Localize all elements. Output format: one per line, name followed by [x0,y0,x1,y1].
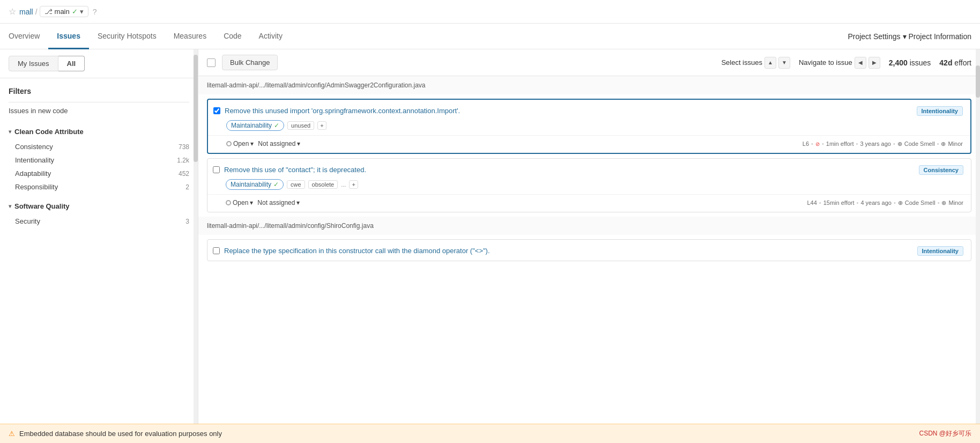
software-quality-label: Software Quality [14,202,70,210]
select-issues-control: Select issues ▲ ▼ [721,57,790,69]
file-path-1: litemall-admin-api/.../litemall/admin/co… [198,76,980,94]
branch-icon: ⎇ [44,8,53,16]
issue-1-maintainability-tag[interactable]: Maintainability ✓ [226,120,284,131]
bulk-change-button[interactable]: Bulk Change [222,55,278,70]
issue-card-1-header: Remove this unused import 'org.springfra… [208,100,970,120]
navigate-next-button[interactable]: ▶ [868,57,880,69]
filter-security[interactable]: Security 3 [9,215,189,228]
filters-section: Filters Issues in new code ▾ Clean Code … [0,78,198,237]
issue-1-footer: Open ▾ Not assigned ▾ L6 • ⊘ • 1min effo… [208,135,970,153]
software-quality-header[interactable]: ▾ Software Quality [9,202,189,210]
issue-2-tag-cwe[interactable]: cwe [287,180,305,189]
filter-responsibility-label: Responsibility [15,183,58,191]
clean-code-chevron-icon: ▾ [9,129,11,135]
project-info-link[interactable]: Project Information [909,32,972,41]
issue-2-meta: L44 • 15min effort • 4 years ago • ⊕ Cod… [807,200,963,206]
issue-2-assigned[interactable]: Not assigned ▾ [257,199,300,206]
status-dot-icon [226,141,232,146]
project-settings-chevron-icon: ▾ [903,32,907,41]
filter-adaptability[interactable]: Adaptability 452 [9,167,189,180]
issues-in-new-code-filter[interactable]: Issues in new code [9,102,189,119]
filter-intentionality[interactable]: Intentionality 1.2k [9,153,189,167]
issue-2-tags: Maintainability ✓ cwe obsolete ... + [207,179,971,194]
effort-display: 42d effort [939,58,971,67]
issue-1-title[interactable]: Remove this unused import 'org.springfra… [225,106,912,116]
issue-2-maintainability-tag[interactable]: Maintainability ✓ [226,179,284,190]
filter-intentionality-count: 1.2k [177,157,189,164]
my-issues-toggle: My Issues All [0,49,198,78]
issue-1-status[interactable]: Open ▾ [226,140,254,147]
filter-consistency[interactable]: Consistency 738 [9,140,189,153]
sidebar-scrollbar-thumb [194,55,198,162]
filter-adaptability-count: 452 [179,170,189,178]
issue-2-title[interactable]: Remove this use of "contact"; it is depr… [224,165,915,175]
issue-2-circle-icon-2: ⊕ [941,200,946,206]
filter-security-label: Security [15,217,40,225]
nav-item-activity[interactable]: Activity [250,24,291,49]
issue-2-status-chevron-icon: ▾ [250,199,253,206]
filter-consistency-label: Consistency [15,143,53,151]
issue-1-location: L6 [803,141,809,147]
issue-1-tags: Maintainability ✓ unused + [208,120,970,135]
select-next-button[interactable]: ▼ [778,57,790,69]
issue-card-1: Remove this unused import 'org.springfra… [207,99,971,154]
issue-2-status-dot-icon [226,200,231,205]
main-layout: My Issues All Filters Issues in new code… [0,49,980,424]
issue-1-add-tag[interactable]: + [317,121,326,130]
select-prev-button[interactable]: ▲ [764,57,776,69]
issue-2-checkbox[interactable] [213,166,220,173]
issue-3-badge: Intentionality [917,246,963,256]
issue-2-add-tag[interactable]: + [349,180,358,189]
nav-item-code[interactable]: Code [215,24,250,49]
content-scrollbar-thumb [976,65,980,98]
issue-2-circle-icon: ⊕ [898,200,903,206]
issue-2-tag-obsolete[interactable]: obsolete [308,180,338,189]
breadcrumb-separator: / [35,8,38,16]
issue-2-more-tags: ... [341,181,346,188]
issue-2-location: L44 [807,200,816,206]
branch-name: main [55,8,70,16]
help-icon[interactable]: ? [93,8,97,16]
nav-item-overview[interactable]: Overview [9,24,48,49]
issue-1-tag-unused[interactable]: unused [287,121,314,130]
issue-3-title[interactable]: Replace the type specification in this c… [224,246,913,256]
stop-icon: ⊘ [815,141,820,147]
branch-chevron-icon: ▾ [80,8,84,16]
issue-2-footer: Open ▾ Not assigned ▾ L44 • 15min effort… [207,194,971,212]
issue-1-assigned[interactable]: Not assigned ▾ [258,140,300,147]
sidebar-scrollbar[interactable] [194,49,198,424]
issue-1-checkbox[interactable] [213,107,220,114]
nav-item-security-hotspots[interactable]: Security Hotspots [89,24,165,49]
top-bar: ☆ mall / ⎇ main ✓ ▾ ? [0,0,980,24]
navigate-prev-button[interactable]: ◀ [855,57,866,69]
issue-2-effort: 15min effort [823,200,855,206]
project-settings-link[interactable]: Project Settings ▾ [848,32,906,41]
content-scrollbar[interactable] [976,49,980,424]
software-quality-chevron-icon: ▾ [9,203,11,209]
file-path-2: litemall-admin-api/.../litemall/admin/co… [198,217,980,235]
nav-item-issues[interactable]: Issues [48,24,89,49]
issue-3-checkbox[interactable] [213,247,220,254]
circle-icon-1: ⊕ [897,141,902,147]
select-all-checkbox[interactable] [207,58,216,67]
all-button[interactable]: All [58,56,85,71]
my-issues-button[interactable]: My Issues [9,56,58,71]
clean-code-attribute-header[interactable]: ▾ Clean Code Attribute [9,128,189,136]
issue-1-age: 3 years ago [860,141,890,147]
main-nav: Overview Issues Security Hotspots Measur… [0,24,980,49]
issue-1-effort: 1min effort [826,141,854,147]
nav-item-measures[interactable]: Measures [165,24,215,49]
issue-2-severity: Minor [948,200,963,206]
filter-responsibility[interactable]: Responsibility 2 [9,180,189,194]
select-issues-label: Select issues [721,58,762,67]
issues-toolbar: Bulk Change Select issues ▲ ▼ Navigate t… [198,49,980,76]
filter-intentionality-label: Intentionality [15,156,54,164]
filter-responsibility-count: 2 [185,183,189,191]
star-icon[interactable]: ☆ [9,6,16,17]
issue-2-status[interactable]: Open ▾ [226,199,253,206]
project-name[interactable]: mall [19,8,33,16]
issue-1-severity: Minor [948,141,963,147]
branch-selector[interactable]: ⎇ main ✓ ▾ [40,6,88,17]
issue-card-3: Replace the type specification in this c… [207,239,971,261]
filter-security-count: 3 [185,218,189,225]
